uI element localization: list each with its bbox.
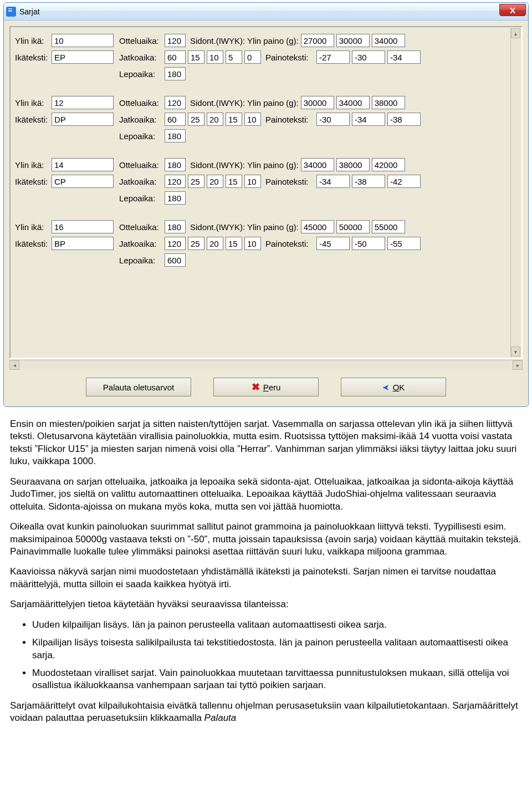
cancel-button[interactable]: ✖ Peru <box>213 378 319 396</box>
weight-input[interactable] <box>301 158 334 171</box>
ok-icon: ➤ <box>382 382 390 393</box>
label-ikateksti: Ikäteksti: <box>15 53 49 62</box>
extratime-input[interactable] <box>207 237 223 250</box>
close-button[interactable]: X <box>499 4 526 16</box>
scroll-right-icon[interactable]: ▸ <box>513 360 523 370</box>
label-painoteksti: Painoteksti: <box>265 53 314 62</box>
scroll-down-icon[interactable]: ▾ <box>511 347 520 357</box>
extratime-input[interactable] <box>165 175 186 188</box>
extratime-input[interactable] <box>207 113 223 126</box>
agetext-input[interactable] <box>52 175 114 188</box>
label-painoteksti: Painoteksti: <box>265 239 314 248</box>
ok-button[interactable]: ➤ OK <box>341 378 446 396</box>
weight-input[interactable] <box>372 96 405 109</box>
cancel-icon: ✖ <box>252 381 260 393</box>
extratime-input[interactable] <box>188 237 204 250</box>
paragraph: Ensin on miesten/poikien sarjat ja sitte… <box>10 418 522 468</box>
close-icon: X <box>510 6 515 15</box>
matchtime-input[interactable] <box>165 34 186 47</box>
weighttext-input[interactable] <box>316 50 350 64</box>
resttime-input[interactable] <box>165 67 186 80</box>
age-input[interactable] <box>52 220 114 233</box>
extratime-input[interactable] <box>244 175 261 188</box>
weight-input[interactable] <box>301 34 334 47</box>
extratime-input[interactable] <box>244 237 261 250</box>
label-otteluaika: Otteluaika: <box>119 36 162 45</box>
weighttext-input[interactable] <box>316 175 350 188</box>
list-item: Uuden kilpailijan lisäys. Iän ja painon … <box>32 619 522 631</box>
resttime-input[interactable] <box>165 129 186 143</box>
window-title: Sarjat <box>19 7 40 16</box>
resttime-input[interactable] <box>165 253 186 267</box>
label-lepoaika: Lepoaika: <box>119 69 162 79</box>
weighttext-input[interactable] <box>352 113 385 126</box>
weight-input[interactable] <box>336 220 370 233</box>
scroll-up-icon[interactable]: ▴ <box>511 28 520 38</box>
age-input[interactable] <box>52 158 114 171</box>
extratime-input[interactable] <box>165 113 186 126</box>
extratime-input[interactable] <box>165 50 186 64</box>
extratime-input[interactable] <box>226 113 242 126</box>
age-group: Ylin ikä:Otteluaika:Sidont.(IWYK): Ylin … <box>15 158 511 205</box>
label-jatkoaika: Jatkoaika: <box>119 177 162 186</box>
extratime-input[interactable] <box>244 50 261 64</box>
label-otteluaika: Otteluaika: <box>119 222 162 232</box>
label-ikateksti: Ikäteksti: <box>15 115 49 124</box>
agetext-input[interactable] <box>52 113 114 126</box>
extratime-input[interactable] <box>226 50 242 64</box>
age-input[interactable] <box>52 34 114 47</box>
vertical-scrollbar[interactable]: ▴ ▾ <box>510 28 520 357</box>
extratime-input[interactable] <box>244 113 261 126</box>
extratime-input[interactable] <box>188 113 204 126</box>
weighttext-input[interactable] <box>387 237 421 250</box>
restore-defaults-button[interactable]: Palauta oletusarvot <box>86 378 191 396</box>
age-input[interactable] <box>52 96 114 109</box>
label-lepoaika: Lepoaika: <box>119 256 162 265</box>
horizontal-scrollbar[interactable]: ◂ ▸ <box>9 360 523 370</box>
weighttext-input[interactable] <box>316 237 350 250</box>
weighttext-input[interactable] <box>387 113 421 126</box>
label-painoteksti: Painoteksti: <box>265 115 314 124</box>
restore-label: Palauta oletusarvot <box>103 383 174 392</box>
label-jatkoaika: Jatkoaika: <box>119 53 162 62</box>
label-otteluaika: Otteluaika: <box>119 160 162 170</box>
extratime-input[interactable] <box>207 175 223 188</box>
paragraph: Oikealla ovat kunkin painoluokan suurimm… <box>10 521 522 558</box>
weighttext-input[interactable] <box>387 50 421 64</box>
weighttext-input[interactable] <box>387 175 421 188</box>
extratime-input[interactable] <box>188 50 204 64</box>
label-ylin-ika: Ylin ikä: <box>15 36 49 45</box>
bullet-list: Uuden kilpailijan lisäys. Iän ja painon … <box>32 619 522 692</box>
weight-input[interactable] <box>301 96 334 109</box>
weight-input[interactable] <box>336 158 370 171</box>
weighttext-input[interactable] <box>352 237 385 250</box>
scroll-left-icon[interactable]: ◂ <box>9 360 19 370</box>
extratime-input[interactable] <box>188 175 204 188</box>
weight-input[interactable] <box>301 220 334 233</box>
extratime-input[interactable] <box>165 237 186 250</box>
agetext-input[interactable] <box>52 50 114 64</box>
label-jatkoaika: Jatkoaika: <box>119 239 162 248</box>
extratime-input[interactable] <box>226 237 242 250</box>
weight-input[interactable] <box>336 96 370 109</box>
weighttext-input[interactable] <box>352 175 385 188</box>
button-bar: Palauta oletusarvot ✖ Peru ➤ OK <box>9 375 523 401</box>
weighttext-input[interactable] <box>352 50 385 64</box>
label-lepoaika: Lepoaika: <box>119 131 162 141</box>
weighttext-input[interactable] <box>316 113 350 126</box>
matchtime-input[interactable] <box>165 158 186 171</box>
extratime-input[interactable] <box>207 50 223 64</box>
weight-input[interactable] <box>372 34 405 47</box>
label-ylin-ika: Ylin ikä: <box>15 222 49 232</box>
extratime-input[interactable] <box>226 175 242 188</box>
weight-input[interactable] <box>336 34 370 47</box>
matchtime-input[interactable] <box>165 96 186 109</box>
weight-input[interactable] <box>372 158 405 171</box>
age-group: Ylin ikä:Otteluaika:Sidont.(IWYK): Ylin … <box>15 220 511 267</box>
label-ylin-ika: Ylin ikä: <box>15 160 49 170</box>
cancel-label: Peru <box>263 383 281 392</box>
weight-input[interactable] <box>372 220 405 233</box>
matchtime-input[interactable] <box>165 220 186 233</box>
resttime-input[interactable] <box>165 191 186 205</box>
agetext-input[interactable] <box>52 237 114 250</box>
